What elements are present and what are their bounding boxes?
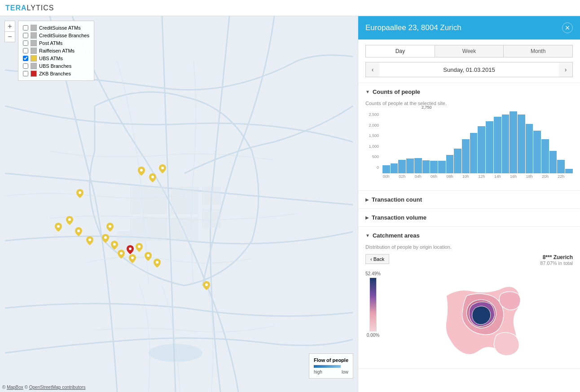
map-pin-ubs-8[interactable]: [129, 254, 136, 263]
transaction-volume-arrow-icon: ▶: [365, 215, 369, 220]
zoom-out-button[interactable]: −: [4, 31, 15, 42]
chart-bar[interactable]: [391, 163, 398, 173]
legend-color-zkb-branches: [31, 70, 37, 77]
map-pin-ubs-7[interactable]: [118, 250, 125, 259]
chart-bar[interactable]: [486, 121, 493, 173]
legend-checkbox-raiffeisen-atms[interactable]: [23, 48, 28, 53]
legend-checkbox-ubs-branches[interactable]: [23, 63, 28, 69]
chart-bar[interactable]: [406, 159, 414, 173]
chart-bar[interactable]: [533, 131, 541, 173]
legend-checkbox-creditsuisse-atms[interactable]: [23, 25, 28, 31]
logo-lytics: LYTICS: [27, 4, 54, 12]
map-pin-ubs-16[interactable]: [76, 189, 83, 198]
chart-bar[interactable]: [414, 158, 422, 174]
panel-header: Europaallee 23, 8004 Zurich ×: [358, 16, 580, 40]
svg-point-17: [131, 256, 134, 259]
legend-checkbox-post-atms[interactable]: [23, 40, 28, 46]
map-pin-ubs-15[interactable]: [159, 164, 166, 173]
legend-checkbox-creditsuisse-branches[interactable]: [23, 33, 28, 38]
catchment-body: 52.49% 0.00%: [365, 271, 573, 361]
chart-x-label: 08h: [446, 174, 454, 179]
chart-bar[interactable]: [526, 124, 533, 173]
svg-rect-8: [202, 209, 220, 227]
catchment-back-button[interactable]: ‹ Back: [365, 254, 389, 264]
chart-bar[interactable]: [438, 161, 446, 173]
map-pin-ubs-2[interactable]: [66, 216, 73, 225]
chart-bar[interactable]: [430, 161, 438, 173]
map-pin-ubs-18[interactable]: [106, 223, 114, 232]
chart-bar[interactable]: [494, 117, 501, 173]
legend-label-ubs-atms: UBS ATMs: [39, 56, 63, 61]
legend-item-ubs-atms[interactable]: UBS ATMs: [23, 55, 89, 62]
chart-x-label: [438, 174, 446, 179]
legend-item-creditsuisse-atms[interactable]: CreditSuisse ATMs: [23, 25, 89, 31]
legend-item-raiffeisen-atms[interactable]: Raiffeisen ATMs: [23, 48, 89, 54]
chart-bar[interactable]: [557, 160, 565, 173]
catchment-content: Distribution of people by origin locatio…: [358, 244, 580, 368]
y-label-2000: 2,000: [365, 123, 379, 128]
tab-week[interactable]: Week: [435, 45, 504, 57]
chart-bar[interactable]: [470, 133, 478, 173]
transaction-count-title: Transaction count: [372, 196, 422, 203]
chart-bar[interactable]: [549, 151, 557, 173]
chart-bar[interactable]: [478, 126, 485, 173]
chart-bar[interactable]: [422, 160, 430, 173]
date-prev-button[interactable]: ‹: [366, 62, 379, 77]
flow-legend-title: Flow of people: [314, 357, 348, 363]
chart-bar[interactable]: [541, 139, 549, 173]
chart-bar[interactable]: [502, 115, 510, 173]
legend-label-creditsuisse-atms: CreditSuisse ATMs: [39, 25, 81, 31]
catchment-section-header[interactable]: ▼ Catchment areas: [358, 227, 580, 244]
map-pin-ubs-9[interactable]: [136, 243, 143, 252]
svg-rect-4: [131, 218, 167, 241]
counts-section: ▼ Counts of people Counts of people at t…: [358, 83, 580, 191]
map-pin-ubs-13[interactable]: [138, 167, 145, 176]
tab-day[interactable]: Day: [365, 45, 435, 57]
panel-close-button[interactable]: ×: [562, 22, 573, 33]
chart-bar[interactable]: [510, 111, 517, 173]
chart-bar[interactable]: [565, 169, 573, 173]
chart-x-label: 10h: [462, 174, 470, 179]
map-pin-ubs-10[interactable]: [145, 252, 152, 261]
tab-month[interactable]: Month: [504, 45, 573, 57]
map-pin-ubs-3[interactable]: [75, 227, 82, 236]
map-pin-ubs-5[interactable]: [102, 234, 109, 243]
legend-color-ubs-branches: [31, 63, 37, 69]
zoom-in-button[interactable]: +: [4, 21, 15, 31]
attribution-osm-link[interactable]: OpenStreetMap contributors: [29, 385, 86, 390]
transaction-volume-header[interactable]: ▶ Transaction volume: [358, 209, 580, 226]
selected-map-pin[interactable]: [127, 245, 134, 254]
chart-bar[interactable]: [462, 139, 470, 173]
chart-x-label: [502, 174, 510, 179]
chart-bar[interactable]: [398, 160, 406, 173]
legend-item-zkb-branches[interactable]: ZKB Branches: [23, 70, 89, 77]
counts-section-header[interactable]: ▼ Counts of people: [358, 83, 580, 101]
transaction-count-header[interactable]: ▶ Transaction count: [358, 191, 580, 208]
attribution-mapbox-link[interactable]: MapBox: [7, 385, 23, 390]
legend-item-creditsuisse-branches[interactable]: CreditSuisse Branches: [23, 32, 89, 39]
legend-checkbox-zkb-branches[interactable]: [23, 71, 28, 76]
svg-point-22: [140, 169, 143, 172]
legend-label-post-atms: Post ATMs: [39, 40, 62, 46]
chart-bar[interactable]: [446, 155, 454, 173]
map-pin-ubs-11[interactable]: [154, 259, 161, 268]
legend-label-zkb-branches: ZKB Branches: [39, 71, 71, 76]
legend-item-post-atms[interactable]: Post ATMs: [23, 40, 89, 46]
map-container[interactable]: + − CreditSuisse ATMs CreditSuisse Branc…: [0, 16, 358, 392]
catchment-controls: ‹ Back 8*** Zuerich 87.07% in total: [365, 254, 573, 266]
map-pin-ubs-1[interactable]: [55, 223, 62, 232]
chart-bar[interactable]: [454, 149, 461, 173]
map-pin-ubs-14[interactable]: [149, 173, 156, 182]
catchment-map-visual: [385, 271, 573, 361]
date-next-button[interactable]: ›: [559, 62, 572, 77]
map-pin-ubs-17[interactable]: [203, 281, 210, 290]
chart-bar[interactable]: [382, 165, 390, 173]
map-pin-ubs-6[interactable]: [111, 241, 118, 250]
map-pin-ubs-4[interactable]: [86, 236, 93, 245]
chart-x-label: 20h: [541, 174, 549, 179]
legend-item-ubs-branches[interactable]: UBS Branches: [23, 63, 89, 69]
svg-rect-5: [171, 218, 198, 241]
chart-bar[interactable]: [518, 115, 525, 173]
main-layout: + − CreditSuisse ATMs CreditSuisse Branc…: [0, 16, 580, 392]
legend-checkbox-ubs-atms[interactable]: [23, 56, 28, 61]
